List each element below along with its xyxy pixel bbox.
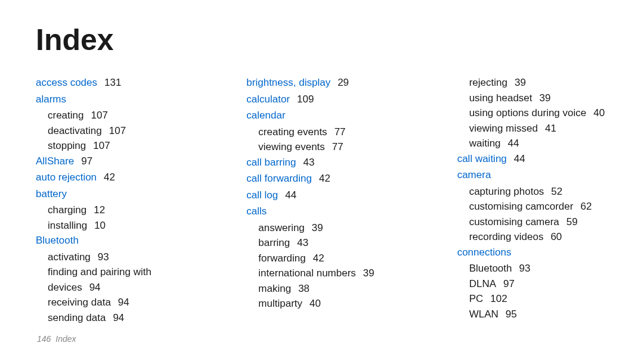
index-subterm: recording videos: [469, 231, 544, 242]
index-entry: calendar: [246, 108, 397, 123]
index-subterm: capturing photos: [469, 186, 544, 197]
index-page-ref: 95: [506, 309, 517, 320]
index-entry: battery: [36, 186, 187, 202]
index-page-ref: 77: [335, 126, 346, 138]
index-page-ref: 94: [89, 282, 101, 293]
index-term: alarms: [36, 94, 66, 105]
index-term: access codes: [36, 77, 97, 88]
index-subentry: barring43: [258, 235, 397, 251]
index-subterm: customising camcorder: [469, 201, 574, 212]
index-term: calls: [246, 205, 267, 217]
index-subentry: viewing missed41: [469, 121, 608, 136]
index-term: calendar: [246, 110, 285, 121]
index-subterm: activating: [48, 251, 91, 263]
index-subterm: answering: [258, 222, 305, 233]
index-term: call waiting: [457, 153, 507, 164]
column-3: rejecting39 using headset39 using option…: [457, 75, 608, 325]
index-subterm: stopping: [48, 140, 86, 151]
index-term: call log: [246, 189, 278, 201]
index-subentry: creating107: [48, 108, 187, 123]
index-page-ref: 38: [298, 283, 309, 294]
index-entry: alarms: [36, 92, 187, 107]
index-page-ref: 102: [490, 293, 507, 304]
index-term: calculator: [246, 94, 290, 105]
index-subentry: charging12: [48, 202, 187, 218]
index-subterm: DLNA: [469, 278, 496, 289]
index-page-ref: 131: [104, 77, 121, 88]
index-subentry: PC102: [469, 291, 608, 307]
index-page-ref: 107: [93, 140, 110, 151]
index-subterm: customising camera: [469, 216, 559, 228]
index-subterm: Bluetooth: [469, 263, 512, 274]
index-page-ref: 44: [508, 138, 519, 149]
index-subterm: creating events: [258, 126, 327, 138]
index-subentry: forwarding42: [258, 251, 397, 266]
page-footer: 146 Index: [36, 334, 76, 344]
index-entry: call forwarding42: [246, 171, 397, 186]
index-subentry: multiparty40: [258, 296, 397, 311]
index-page-ref: 10: [94, 220, 106, 231]
index-page-ref: 39: [515, 77, 526, 88]
index-term: auto rejection: [36, 172, 97, 183]
index-subterm: multiparty: [258, 298, 302, 309]
index-entry: call barring43: [246, 155, 397, 170]
index-subterm: receiving data: [48, 297, 111, 308]
column-1: access codes131 alarms creating107 deact…: [36, 75, 187, 325]
index-subterm: waiting: [469, 138, 501, 149]
index-page-ref: 44: [514, 153, 525, 164]
index-subterm: forwarding: [258, 253, 305, 264]
index-columns: access codes131 alarms creating107 deact…: [36, 75, 608, 325]
index-page-ref: 40: [309, 298, 321, 309]
index-page-ref: 62: [580, 201, 592, 212]
index-page-ref: 60: [550, 231, 562, 242]
index-page-ref: 39: [540, 92, 551, 104]
index-page-ref: 77: [332, 141, 343, 152]
index-subterm: making: [258, 283, 291, 294]
index-entry: auto rejection42: [36, 170, 187, 185]
index-subentry: WLAN95: [469, 307, 608, 322]
index-page-ref: 42: [104, 172, 115, 183]
index-subentry: stopping107: [48, 138, 187, 154]
index-page-ref: 43: [303, 157, 314, 168]
index-term: AllShare: [36, 155, 74, 167]
index-subterm: international numbers: [258, 267, 355, 279]
index-page-ref: 93: [519, 263, 531, 274]
index-entry: calculator109: [246, 92, 397, 107]
index-subentry: receiving data94: [48, 295, 187, 310]
index-page-ref: 93: [98, 251, 109, 263]
index-subterm: installing: [48, 220, 87, 231]
index-subentry: viewing events77: [258, 139, 397, 155]
index-term: battery: [36, 188, 67, 200]
index-subentry: DLNA97: [469, 276, 608, 292]
index-subterm: finding and pairing with: [48, 266, 151, 278]
index-page-ref: 39: [312, 222, 323, 233]
index-subentry: recording videos60: [469, 229, 608, 245]
column-2: brightness, display29 calculator109 cale…: [246, 75, 397, 325]
index-subentry: international numbers39: [258, 266, 397, 281]
index-term: connections: [457, 247, 512, 258]
index-entry: AllShare97: [36, 154, 187, 169]
index-subentry: installing10: [48, 218, 187, 233]
index-page-ref: 12: [94, 204, 105, 216]
index-subentry: Bluetooth93: [469, 261, 608, 276]
index-subentry: making38: [258, 281, 397, 297]
index-subentry: deactivating107: [48, 123, 187, 139]
index-page-ref: 59: [566, 216, 578, 228]
index-subterm: viewing missed: [469, 123, 538, 134]
index-subterm: using options during voice: [469, 107, 587, 119]
index-subentry: using options during voice40: [469, 105, 608, 121]
index-page-ref: 97: [81, 155, 92, 167]
index-subterm: creating: [48, 110, 83, 121]
index-page-ref: 29: [338, 77, 349, 88]
index-subentry: sending data94: [48, 310, 187, 326]
index-term: call forwarding: [246, 173, 312, 184]
index-term: Bluetooth: [36, 235, 79, 246]
index-entry: camera: [457, 167, 608, 183]
footer-section-label: Index: [55, 334, 76, 344]
index-subentry: waiting44: [469, 136, 608, 151]
index-subterm: barring: [258, 237, 290, 248]
index-subentry: customising camera59: [469, 214, 608, 230]
index-subterm: PC: [469, 293, 484, 304]
index-entry: access codes131: [36, 75, 187, 91]
index-page-ref: 43: [297, 237, 308, 248]
